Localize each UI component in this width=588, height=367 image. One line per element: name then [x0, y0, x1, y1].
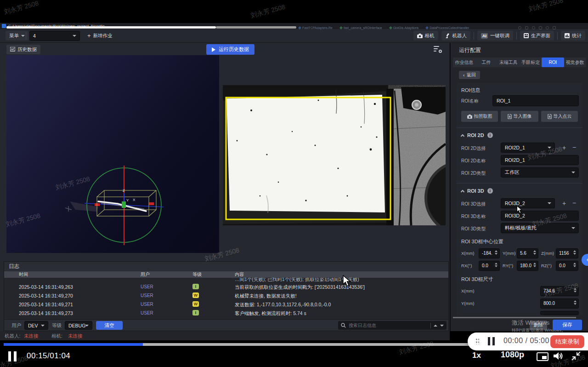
size-z-stepper-clipped[interactable] — [540, 311, 579, 315]
roi3d-select[interactable]: ROI3D_2 — [501, 198, 555, 208]
roi2d-add-button[interactable]: + — [562, 144, 566, 151]
camera-button[interactable]: 相机 — [413, 31, 438, 40]
import-pointcloud-button[interactable]: 导入点云 — [541, 111, 578, 122]
save-button[interactable]: 保存 — [553, 320, 582, 330]
log-row[interactable]: 2025-03-14 16:31:49,263USER I 当前获取的抓取位姿生… — [4, 282, 448, 291]
production-view-button[interactable]: 生产界面 — [520, 31, 554, 40]
roi-name-input[interactable]: ROI_1 — [492, 95, 579, 106]
tab-vision-params[interactable]: 视觉参数 — [564, 57, 586, 67]
size-y-stepper[interactable]: 800.0 — [540, 298, 579, 309]
log-level-select[interactable]: DEBUG — [65, 321, 92, 330]
quality-button[interactable]: 1080p — [501, 350, 524, 360]
capture-image-button[interactable]: 拍照取图 — [461, 111, 498, 122]
camera-label: 相机 — [425, 33, 435, 39]
tab-workpiece[interactable]: 工件 — [475, 57, 497, 67]
tab-job-info[interactable]: 作业信息 — [453, 57, 475, 67]
loading-bar — [6, 26, 216, 29]
play-icon — [212, 47, 215, 52]
playback-speed-button[interactable]: 1x — [472, 351, 481, 360]
log-search-input[interactable] — [349, 323, 428, 328]
search-next-icon[interactable] — [440, 325, 444, 327]
log-col-user: 用户 — [141, 271, 150, 278]
log-level-badge: W — [192, 301, 199, 307]
roi2d-type-select[interactable]: 工作区 — [501, 167, 579, 178]
rz-stepper[interactable]: 0.0 — [556, 261, 578, 271]
history-data-chip[interactable]: 历史数据 — [6, 45, 40, 54]
roi2d-select-label: ROI 2D选择 — [461, 145, 486, 152]
history-data-icon — [10, 47, 15, 52]
roi3d-name-input[interactable]: ROI3D_2 — [501, 211, 579, 221]
log-user-select[interactable]: DEV — [24, 321, 48, 330]
file-icon — [298, 26, 301, 29]
camera-image[interactable] — [223, 85, 446, 225]
y-mm-stepper[interactable]: 5.6 — [517, 248, 538, 258]
roi3d-add-button[interactable]: + — [562, 200, 566, 206]
stop-recording-button[interactable]: 结束录制 — [550, 335, 584, 348]
log-table-header: 时间 用户 等级 内容 — [4, 271, 448, 278]
production-view-label: 生产界面 — [531, 33, 550, 39]
log-panel: 日志 时间 用户 等级 内容 …间1个(失败); 已找到1个(失败); 抓取位姿… — [4, 261, 449, 331]
roi2d-remove-button[interactable]: − — [572, 144, 576, 150]
ry-stepper[interactable]: 180.0 — [517, 261, 538, 271]
roi3d-type-select[interactable]: 料框/栈板/底托 — [501, 223, 579, 233]
menu-button[interactable]: 菜单 — [6, 31, 28, 40]
pip-icon[interactable] — [537, 352, 548, 361]
z-mm-label: Z(mm) — [541, 251, 554, 256]
robot-label: 机器人 — [452, 33, 467, 39]
rx-label: RX(°) — [461, 263, 472, 268]
point-cloud-viewport[interactable]: Z Y X — [6, 55, 219, 253]
log-row[interactable]: 2025-03-14 16:31:49,271USER W 发送数据: 1,-1… — [4, 300, 448, 309]
roi3d-remove-button[interactable]: − — [572, 200, 576, 206]
back-button[interactable]: ‹ 返回 — [459, 71, 480, 79]
chevron-down-icon — [73, 35, 76, 37]
log-level-badge: I — [192, 310, 199, 315]
log-level-badge: W — [192, 292, 199, 298]
exit-fullscreen-icon[interactable] — [571, 351, 581, 361]
search-prev-icon[interactable] — [434, 325, 437, 327]
run-history-label: 运行历史数据 — [219, 46, 249, 53]
recorder-pause-button[interactable] — [488, 337, 497, 347]
roi2d-section-header[interactable]: ROI 2D i — [461, 132, 493, 138]
background-tab: DataProcessCollectHandler — [426, 26, 469, 30]
volume-icon[interactable] — [554, 351, 564, 361]
add-job-button[interactable]: + 新增作业 — [84, 31, 116, 40]
drag-handle-icon[interactable] — [475, 338, 479, 344]
tab-end-tool[interactable]: 末端工具 — [498, 57, 520, 67]
run-history-button[interactable]: 运行历史数据 — [206, 44, 254, 55]
screen-recorder-pill: 00:00 / 05:00 结束录制 — [468, 333, 588, 350]
chevron-down-icon — [21, 35, 25, 37]
tab-hand-eye-calib[interactable]: 手眼标定 — [520, 57, 542, 67]
log-search-box[interactable] — [338, 321, 447, 330]
ai-quick-debug-label: 一键联调 — [490, 33, 509, 39]
roi3d-section-header[interactable]: ROI 3D i — [461, 188, 493, 194]
roi3d-type-label: ROI 3D类型 — [461, 226, 486, 232]
ai-quick-debug-button[interactable]: AI 一键联调 — [477, 31, 513, 40]
log-filter-settings-icon[interactable] — [434, 46, 442, 53]
clear-log-button[interactable]: 清空 — [96, 321, 123, 330]
menu-bar: 菜单 4 + 新增作业 相机 机器人 — [0, 29, 588, 43]
tab-roi[interactable]: ROI — [542, 57, 564, 67]
roi2d-name-input[interactable]: ROI2D_1 — [501, 155, 579, 165]
x-mm-stepper[interactable]: -184. — [479, 248, 500, 258]
mouse-cursor — [342, 275, 351, 287]
job-select[interactable]: 4 — [29, 31, 80, 41]
log-row[interactable]: 2025-03-14 16:31:49,273USER I 客户端触发, 检测流… — [4, 309, 448, 317]
log-row[interactable]: 2025-03-14 16:31:49,270USER W 机械臂未连接, 数据… — [4, 291, 448, 300]
ry-label: RY(°) — [503, 263, 513, 268]
rx-stepper[interactable]: 0.0 — [479, 261, 500, 271]
panel-splitter[interactable] — [453, 317, 576, 318]
size-x-stepper[interactable]: 734.6 — [540, 286, 579, 296]
z-mm-stepper[interactable]: 1156 — [556, 248, 578, 258]
collapse-icon — [461, 134, 464, 138]
robot-button[interactable]: 机器人 — [441, 31, 471, 40]
log-row-clipped[interactable]: …间1个(失败); 已找到1个(失败); 抓取位姿启动间1个(失败) — [4, 278, 448, 282]
bar-chart-icon — [565, 33, 570, 38]
roi3d-select-label: ROI 3D选择 — [461, 201, 486, 207]
recorder-time: 00:00 / 05:00 — [503, 337, 549, 345]
statistics-button[interactable]: 统计 — [561, 31, 585, 40]
roi2d-select[interactable]: ROI2D_1 — [501, 143, 555, 153]
player-pause-button[interactable] — [8, 351, 19, 363]
import-image-button[interactable]: 导入图像 — [501, 111, 538, 122]
menu-label: 菜单 — [9, 33, 19, 39]
import-image-icon — [508, 114, 512, 119]
